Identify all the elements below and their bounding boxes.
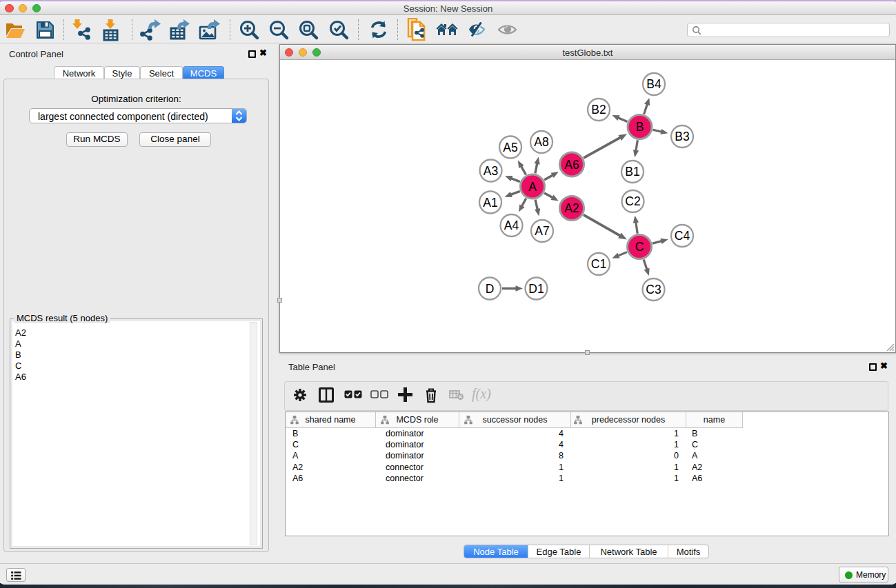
- svg-text:C1: C1: [591, 257, 606, 271]
- svg-text:C3: C3: [646, 283, 661, 296]
- svg-text:A7: A7: [535, 224, 549, 238]
- svg-text:B2: B2: [591, 103, 606, 116]
- svg-text:C4: C4: [675, 229, 690, 243]
- svg-text:A: A: [528, 180, 537, 194]
- svg-text:B: B: [636, 120, 644, 134]
- svg-text:A5: A5: [503, 141, 517, 154]
- svg-text:A4: A4: [504, 219, 519, 232]
- svg-text:B1: B1: [625, 165, 639, 179]
- svg-text:C: C: [635, 240, 644, 254]
- svg-text:D: D: [486, 282, 495, 296]
- svg-text:C2: C2: [625, 194, 640, 208]
- svg-text:A3: A3: [484, 164, 498, 178]
- svg-text:A2: A2: [564, 201, 579, 215]
- svg-text:B3: B3: [675, 130, 689, 143]
- svg-text:A8: A8: [534, 135, 548, 149]
- svg-text:D1: D1: [528, 282, 544, 296]
- svg-text:f(x): f(x): [472, 387, 491, 402]
- svg-text:B4: B4: [646, 77, 661, 91]
- svg-text:A6: A6: [564, 158, 579, 172]
- svg-text:A1: A1: [483, 196, 497, 210]
